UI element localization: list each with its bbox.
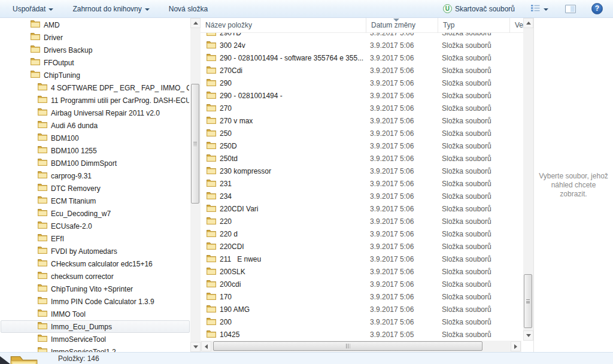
- file-row[interactable]: 250 3.9.2017 5:06 Složka souborů: [201, 127, 523, 139]
- file-name: 300 24v: [220, 41, 245, 50]
- file-row[interactable]: 190 AMG 3.9.2017 5:06 Složka souborů: [201, 303, 523, 316]
- scroll-up-button[interactable]: [190, 18, 201, 28]
- tree-item[interactable]: ImmoServiceTool1.2: [1, 345, 190, 352]
- file-row[interactable]: 200SLK 3.9.2017 5:06 Složka souborů: [201, 265, 523, 278]
- file-row[interactable]: 170 3.9.2017 5:06 Složka souborů: [201, 290, 523, 303]
- column-header-name[interactable]: Název položky: [201, 18, 366, 33]
- file-row[interactable]: 250td 3.9.2017 5:06 Složka souborů: [201, 152, 523, 165]
- tree-item[interactable]: 11 Programmi utili per CarProg. DASH-ECU…: [1, 94, 190, 107]
- tree-item[interactable]: Immo PIN Code Calculator 1.3.9: [1, 295, 190, 308]
- tree-item[interactable]: ECUsafe-2.0: [1, 220, 190, 232]
- file-row[interactable]: 230 kompressor 3.9.2017 5:06 Složka soub…: [201, 165, 523, 177]
- tree-item[interactable]: ChipTuning Vito +Sprinter: [1, 283, 190, 295]
- tree-item[interactable]: BDM100 1255: [1, 144, 190, 157]
- tree-item[interactable]: Drivers Backup: [1, 44, 190, 56]
- file-row[interactable]: 220 3.9.2017 5:06 Složka souborů: [201, 215, 523, 228]
- command-bar-right: U Skartovač souborů ?: [438, 1, 608, 17]
- scroll-up-button[interactable]: [523, 18, 533, 28]
- folder-icon: [31, 32, 40, 44]
- tree-item[interactable]: AMD: [1, 19, 190, 31]
- organize-button[interactable]: Uspořádat: [7, 2, 59, 16]
- tree-item[interactable]: BDM100: [1, 132, 190, 144]
- column-header-type[interactable]: Typ: [438, 18, 510, 33]
- include-in-library-button[interactable]: Zahrnout do knihovny: [67, 2, 154, 16]
- horizontal-scrollbar[interactable]: [201, 341, 521, 352]
- file-date: 3.9.2017 5:06: [366, 293, 438, 301]
- file-row[interactable]: 300 24v 3.9.2017 5:06 Složka souborů: [201, 39, 523, 51]
- tree-item-label: BDM100 DimmSport: [51, 157, 117, 169]
- tree-item[interactable]: Ecu_Decoding_w7: [1, 207, 190, 220]
- chevron-down-icon: [145, 8, 150, 11]
- preview-pane-button[interactable]: [560, 2, 581, 16]
- file-date: 3.9.2017 5:06: [366, 54, 438, 62]
- file-type: Složka souborů: [438, 92, 523, 100]
- file-row[interactable]: 220CDI Vari 3.9.2017 5:06 Složka souborů: [201, 202, 523, 215]
- folder-icon: [38, 82, 47, 94]
- tree-scrollbar[interactable]: [190, 18, 201, 352]
- list-scrollbar[interactable]: [523, 18, 533, 341]
- new-folder-button[interactable]: Nová složka: [163, 2, 213, 16]
- folder-tree: AMD Driver Drivers Backup FFOutput ChipT…: [0, 18, 190, 352]
- tree-item[interactable]: FFOutput: [1, 56, 190, 69]
- file-type: Složka souborů: [438, 192, 523, 201]
- file-row[interactable]: 211 E nweu 3.9.2017 5:06 Složka souborů: [201, 253, 523, 265]
- tree-item[interactable]: BDM100 DimmSport: [1, 157, 190, 169]
- tree-item[interactable]: Immo_Ecu_Dumps: [1, 320, 190, 333]
- list-scrollbar-thumb[interactable]: [524, 274, 532, 328]
- file-type: Složka souborů: [438, 293, 523, 301]
- column-header-date-modified[interactable]: Datum změny: [366, 18, 438, 33]
- tree-scrollbar-thumb[interactable]: [191, 84, 199, 204]
- scroll-down-button[interactable]: [523, 330, 533, 341]
- scroll-right-button[interactable]: [511, 341, 521, 351]
- tree-item[interactable]: EFfI: [1, 232, 190, 245]
- preview-message: Vyberte soubor, jehož náhled chcete zobr…: [534, 172, 613, 199]
- tree-item[interactable]: ECM Titanium: [1, 195, 190, 207]
- scroll-left-button[interactable]: [201, 341, 211, 351]
- file-row[interactable]: 234 3.9.2017 5:06 Složka souborů: [201, 190, 523, 202]
- file-shredder-button[interactable]: U Skartovač souborů: [438, 2, 520, 16]
- file-row[interactable]: 10425 3.9.2017 5:05 Složka souborů: [201, 328, 523, 341]
- file-row[interactable]: 270 3.9.2017 5:06 Složka souborů: [201, 102, 523, 114]
- tree-item[interactable]: ImmoServiceTool: [1, 333, 190, 345]
- file-row[interactable]: 290 - 0281001494 - 3.9.2017 5:06 Složka …: [201, 89, 523, 102]
- file-date: 3.9.2017 5:06: [366, 305, 438, 314]
- horizontal-scrollbar-thumb[interactable]: [213, 341, 482, 351]
- column-header-size[interactable]: Veli: [510, 18, 523, 33]
- file-row[interactable]: 220CDI 3.9.2017 5:06 Složka souborů: [201, 240, 523, 253]
- file-row[interactable]: 200 3.9.2017 5:06 Složka souborů: [201, 316, 523, 328]
- file-row[interactable]: 290 - 0281001494 - software 355764 e 355…: [201, 51, 523, 64]
- file-row[interactable]: 250D 3.9.2017 5:06 Složka souborů: [201, 139, 523, 152]
- tree-item[interactable]: Driver: [1, 31, 190, 44]
- arrow-left-icon: [205, 344, 208, 349]
- tree-item[interactable]: checksum corrector: [1, 270, 190, 283]
- change-view-button[interactable]: [525, 2, 554, 16]
- file-name: 220CDI: [220, 242, 244, 251]
- file-row[interactable]: 270 v max 3.9.2017 5:06 Složka souborů: [201, 114, 523, 127]
- tree-item[interactable]: ChipTuning: [1, 69, 190, 81]
- file-row[interactable]: 220 d 3.9.2017 5:06 Složka souborů: [201, 228, 523, 240]
- folder-icon: [38, 233, 47, 245]
- file-row[interactable]: 231 3.9.2017 5:06 Složka souborů: [201, 177, 523, 190]
- file-name: 290 - 0281001494 - software 355764 e 355…: [220, 54, 363, 62]
- file-row[interactable]: 270Cdi 3.9.2017 5:06 Složka souborů: [201, 64, 523, 77]
- folder-icon: [38, 271, 47, 283]
- folder-icon: [31, 69, 40, 81]
- sort-descending-icon: [393, 19, 399, 22]
- tree-item[interactable]: IMMO Tool: [1, 308, 190, 320]
- tree-item[interactable]: 4 SOFTWARE DPF_ EGR_ FAP_ IMMO_ OFF ED: [1, 81, 190, 94]
- tree-item[interactable]: FVDI by Automedars: [1, 245, 190, 257]
- tree-item-label: 4 SOFTWARE DPF_ EGR_ FAP_ IMMO_ OFF ED: [51, 82, 190, 94]
- arrow-down-icon: [193, 345, 198, 348]
- tree-item[interactable]: Airbag Universal Repair 2011 v2.0: [1, 107, 190, 119]
- tree-item[interactable]: carprog-9.31: [1, 169, 190, 182]
- file-row[interactable]: 290 3.9.2017 5:06 Složka souborů: [201, 77, 523, 89]
- file-name: 10425: [220, 330, 239, 339]
- folder-icon: [31, 19, 40, 31]
- scroll-down-button[interactable]: [190, 342, 201, 352]
- file-row[interactable]: 200cdi 3.9.2017 5:06 Složka souborů: [201, 278, 523, 290]
- tree-item[interactable]: Audi A6 dunda: [1, 119, 190, 132]
- file-row[interactable]: 290TD 3.9.2017 5:06 Složka souborů: [201, 33, 523, 39]
- tree-item[interactable]: DTC Removery: [1, 182, 190, 195]
- tree-item[interactable]: CHecksum calculator edc15+16: [1, 257, 190, 270]
- help-button[interactable]: ?: [586, 1, 608, 17]
